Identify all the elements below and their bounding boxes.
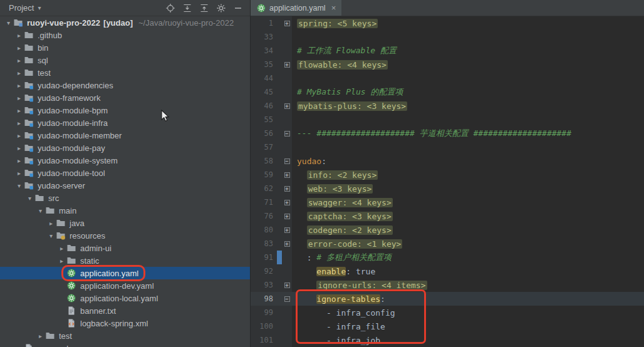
collapse-all-icon[interactable] (199, 3, 210, 14)
line-text[interactable]: info: <2 keys> (292, 168, 644, 182)
fold-expand-icon[interactable]: + (284, 21, 290, 26)
chevron-right-icon[interactable]: ▸ (14, 70, 24, 76)
chevron-right-icon[interactable]: ▸ (14, 120, 24, 127)
line-text[interactable]: error-code: <1 key> (292, 237, 644, 251)
line-text[interactable]: flowable: <4 keys> (292, 58, 644, 71)
tree-item-label: sql (38, 56, 48, 65)
chevron-right-icon[interactable]: ▸ (14, 157, 24, 164)
chevron-down-icon[interactable]: ▾ (36, 207, 45, 214)
chevron-right-icon[interactable]: ▸ (14, 44, 24, 51)
tree-item-yudao-module-infra[interactable]: ▸yudao-module-infra (0, 117, 250, 129)
tree-item-admin-ui[interactable]: ▸admin-ui (0, 242, 250, 254)
chevron-right-icon[interactable]: ▸ (14, 95, 24, 101)
tree-item-test[interactable]: ▸test (0, 329, 250, 342)
chevron-right-icon[interactable]: ▸ (46, 220, 56, 227)
fold-expand-icon[interactable]: + (284, 200, 290, 205)
line-text[interactable]: ignore-urls: <4 items> (292, 278, 644, 292)
tree-item-yudao-module-bpm[interactable]: ▸yudao-module-bpm (0, 104, 250, 117)
code-segment-plain: : (321, 157, 326, 166)
editor-panel: application.yaml × 1+spring: <5 keys>333… (251, 0, 644, 347)
tree-item-java[interactable]: ▸java (0, 217, 250, 229)
fold-collapse-icon[interactable]: − (284, 158, 290, 164)
tree-item-yudao-server[interactable]: ▾yudao-server (0, 179, 250, 192)
expand-all-icon[interactable] (182, 3, 193, 14)
project-panel-header: Project ▾ (0, 0, 250, 16)
fold-collapse-icon[interactable]: − (284, 296, 290, 302)
tree-item-logback-spring-xml[interactable]: logback-spring.xml (0, 317, 250, 329)
project-view-dropdown[interactable]: Project ▾ (9, 3, 41, 13)
tree-item-banner-txt[interactable]: banner.txt (0, 304, 250, 317)
chevron-right-icon[interactable]: ▸ (14, 82, 24, 89)
fold-expand-icon[interactable]: + (284, 172, 290, 178)
line-text[interactable]: - infra_config (292, 306, 644, 319)
line-text[interactable]: - infra_job (292, 333, 644, 347)
tree-item-ruoyi-vue-pro-2022[interactable]: ▾ruoyi-vue-pro-2022[yudao]~/Java/ruoyi-v… (0, 16, 250, 29)
chevron-right-icon[interactable]: ▸ (57, 245, 66, 252)
chevron-right-icon[interactable]: ▸ (36, 333, 45, 339)
line-text[interactable]: enable: true (292, 264, 644, 278)
line-text[interactable]: # 工作流 Flowable 配置 (292, 44, 644, 58)
line-text[interactable]: yudao: (292, 154, 644, 168)
tree-item-bin[interactable]: ▸bin (0, 41, 250, 54)
tree-item-yudao-module-system[interactable]: ▸yudao-module-system (0, 154, 250, 167)
fold-collapse-icon[interactable]: − (284, 131, 290, 137)
chevron-right-icon[interactable]: ▸ (57, 257, 66, 264)
code-segment-plain: - infra_job (326, 336, 380, 345)
chevron-right-icon[interactable]: ▸ (14, 132, 24, 139)
fold-expand-icon[interactable]: + (284, 186, 290, 192)
editor-line-1: 1+spring: <5 keys> (251, 16, 644, 30)
chevron-right-icon[interactable]: ▸ (14, 170, 24, 177)
tree-item-static[interactable]: ▸static (0, 254, 250, 267)
tree-item-src[interactable]: ▾src (0, 192, 250, 204)
fold-expand-icon[interactable]: + (284, 227, 290, 233)
line-text[interactable]: : # 多租户相关配置项 (292, 251, 644, 264)
tree-item-yudao-module-pay[interactable]: ▸yudao-module-pay (0, 142, 250, 154)
line-text[interactable]: mybatis-plus: <3 keys> (292, 99, 644, 113)
settings-icon[interactable] (216, 3, 227, 14)
tree-item-main[interactable]: ▾main (0, 204, 250, 217)
fold-expand-icon[interactable]: + (284, 214, 290, 219)
line-text[interactable]: - infra_file (292, 319, 644, 333)
tree-item-application-local-yaml[interactable]: application-local.yaml (0, 292, 250, 304)
line-text[interactable] (292, 140, 644, 154)
tree-item-test[interactable]: ▸test (0, 66, 250, 79)
tree-item-yudao-module-tool[interactable]: ▸yudao-module-tool (0, 167, 250, 179)
locate-icon[interactable] (165, 3, 176, 14)
tree-item-yudao-module-member[interactable]: ▸yudao-module-member (0, 129, 250, 142)
close-icon[interactable]: × (331, 3, 336, 13)
chevron-right-icon[interactable]: ▸ (14, 57, 24, 64)
line-text[interactable] (292, 113, 644, 127)
tree-item-yudao-framework[interactable]: ▸yudao-framework (0, 91, 250, 104)
tree-item-application-yaml[interactable]: application.yaml (0, 267, 250, 279)
fold-expand-icon[interactable]: + (284, 241, 290, 247)
chevron-down-icon[interactable]: ▾ (25, 195, 34, 202)
fold-expand-icon[interactable]: + (284, 282, 290, 288)
chevron-right-icon[interactable]: ▸ (14, 145, 24, 152)
chevron-down-icon[interactable]: ▾ (14, 182, 24, 189)
chevron-down-icon[interactable]: ▾ (46, 232, 56, 239)
chevron-down-icon[interactable]: ▾ (4, 19, 13, 26)
line-text[interactable]: --- #################### 芋道相关配置 ########… (292, 127, 644, 140)
fold-expand-icon[interactable]: + (284, 62, 290, 68)
line-text[interactable]: captcha: <3 keys> (292, 209, 644, 223)
folder-icon (66, 243, 76, 253)
tree-item-application-dev-yaml[interactable]: application-dev.yaml (0, 279, 250, 292)
tree-item-pom-xml[interactable]: pom.xml (0, 342, 250, 347)
tree-item-yudao-dependencies[interactable]: ▸yudao-dependencies (0, 79, 250, 91)
tree-item--github[interactable]: ▸.github (0, 29, 250, 41)
line-text[interactable]: swagger: <4 keys> (292, 195, 644, 209)
tab-application-yaml[interactable]: application.yaml × (251, 0, 341, 16)
line-text[interactable]: # MyBatis Plus 的配置项 (292, 85, 644, 99)
tree-item-sql[interactable]: ▸sql (0, 54, 250, 66)
line-text[interactable]: ignore-tables: (292, 292, 644, 306)
line-text[interactable]: web: <3 keys> (292, 182, 644, 195)
tree-item-resources[interactable]: ▾resources (0, 229, 250, 242)
fold-expand-icon[interactable]: + (284, 103, 290, 109)
chevron-right-icon[interactable]: ▸ (14, 32, 24, 39)
hide-panel-icon[interactable] (232, 3, 244, 14)
line-text[interactable] (292, 71, 644, 85)
line-text[interactable] (292, 30, 644, 44)
chevron-right-icon[interactable]: ▸ (14, 107, 24, 114)
line-text[interactable]: codegen: <2 keys> (292, 223, 644, 237)
line-text[interactable]: spring: <5 keys> (292, 16, 644, 30)
